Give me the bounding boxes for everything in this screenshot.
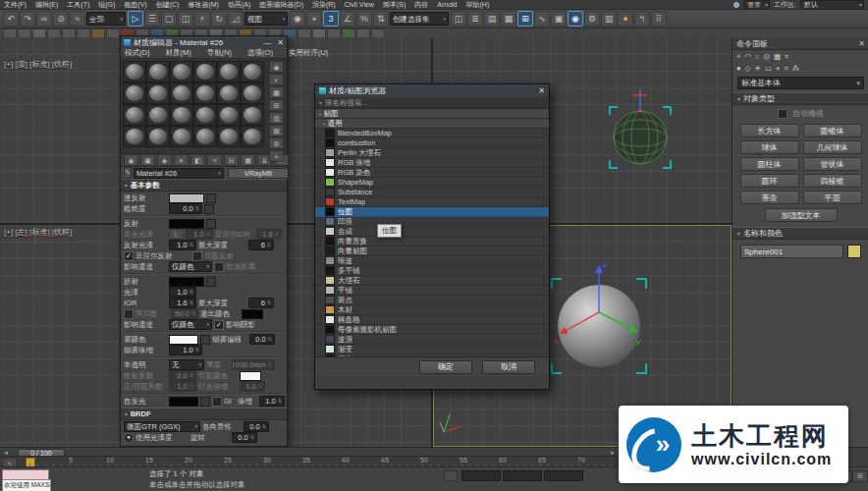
- selection-lock-icon[interactable]: [444, 470, 458, 481]
- material-editor-menu-item[interactable]: 材质(M): [165, 48, 190, 58]
- scatter-coeff-field[interactable]: 0.0: [169, 370, 196, 381]
- use-glossiness-radio[interactable]: ●: [124, 433, 134, 443]
- make-preview-icon[interactable]: ▤: [269, 125, 284, 136]
- map-item[interactable]: 每像素摄影机贴图: [315, 325, 549, 335]
- ribbon-tool-icon-6[interactable]: [77, 28, 90, 38]
- basic-params-rollout[interactable]: 基本参数: [121, 179, 287, 191]
- reflect-max-depth-field[interactable]: 6: [248, 240, 274, 250]
- sample-slot[interactable]: [146, 82, 170, 104]
- rotation-field[interactable]: 0.0: [232, 432, 257, 443]
- systems-category-icon[interactable]: ⁂: [792, 64, 800, 73]
- sample-slot[interactable]: [170, 61, 193, 82]
- create-tab-icon[interactable]: +: [736, 52, 740, 61]
- map-item[interactable]: combustion: [315, 138, 549, 148]
- primitive-button[interactable]: 管状体: [803, 157, 862, 171]
- general-group-header[interactable]: - 通用: [315, 119, 549, 129]
- align-icon[interactable]: ≣: [467, 11, 483, 27]
- select-and-scale-icon[interactable]: ◿: [228, 11, 244, 27]
- menu-item[interactable]: 渲染(R): [312, 0, 336, 9]
- material-editor-menu-item[interactable]: 导航(N): [207, 48, 232, 58]
- spacewarps-category-icon[interactable]: ≈: [784, 64, 787, 73]
- window-crossing-toggle-icon[interactable]: ◫: [178, 11, 193, 27]
- primitive-button[interactable]: 四棱锥: [803, 174, 862, 188]
- browser-titlebar[interactable]: 材质/贴图浏览器 ✕: [315, 84, 549, 97]
- map-item[interactable]: RGB 染色: [315, 168, 549, 178]
- reflect-map-button[interactable]: [206, 219, 216, 229]
- maps-group-header[interactable]: - 贴图: [315, 109, 549, 119]
- anisotropy-field[interactable]: 0.0: [244, 421, 269, 432]
- coordinate-z-field[interactable]: [544, 470, 583, 481]
- sample-slot[interactable]: [193, 126, 217, 147]
- map-item[interactable]: 位图: [315, 207, 549, 217]
- sample-slot[interactable]: [193, 104, 217, 126]
- ior-field[interactable]: 1.6: [169, 298, 196, 308]
- primitive-button[interactable]: 平面: [803, 191, 862, 204]
- material-name-dropdown[interactable]: Material #26: [134, 168, 224, 179]
- sample-slot[interactable]: [193, 82, 217, 104]
- select-by-name-icon[interactable]: ☰: [144, 11, 160, 27]
- render-production-icon[interactable]: ●: [618, 11, 633, 27]
- unlink-selection-icon[interactable]: ⊘: [53, 11, 69, 27]
- render-setup-icon[interactable]: ⚙: [584, 11, 600, 27]
- lights-category-icon[interactable]: ☀: [754, 64, 761, 73]
- reference-coordinate-dropdown[interactable]: 视图: [244, 12, 288, 26]
- map-item[interactable]: 向量置换: [315, 237, 549, 246]
- map-item[interactable]: 多平铺: [315, 266, 549, 276]
- material-editor-menu-item[interactable]: 模式(D): [125, 48, 149, 58]
- ribbon-tool-icon-24[interactable]: [342, 28, 355, 38]
- sample-slot[interactable]: [123, 61, 146, 82]
- map-item[interactable]: TextMap: [315, 197, 549, 207]
- sample-slot[interactable]: [146, 61, 170, 82]
- map-item[interactable]: 凹痕: [315, 217, 549, 227]
- gi-checkbox[interactable]: [212, 397, 222, 407]
- ok-button[interactable]: 确定: [419, 360, 472, 374]
- login-dropdown[interactable]: 登录: [743, 0, 770, 10]
- reflect-gloss-field[interactable]: 1.0: [169, 240, 196, 250]
- sample-slot[interactable]: [241, 104, 264, 126]
- sample-slot[interactable]: [123, 82, 146, 104]
- textplus-button[interactable]: 加强型文本: [765, 208, 838, 222]
- selected-sphere[interactable]: x y z: [530, 253, 678, 415]
- motion-tab-icon[interactable]: ◎: [763, 52, 770, 61]
- menu-item[interactable]: 图形编辑器(D): [259, 0, 303, 9]
- refract-max-depth-field[interactable]: 6: [248, 298, 274, 308]
- sample-slot[interactable]: [170, 82, 193, 104]
- redo-icon[interactable]: ↷: [20, 11, 35, 27]
- material-editor-icon[interactable]: ◉: [568, 11, 583, 27]
- menu-item[interactable]: 编辑(E): [35, 0, 58, 9]
- ribbon-tool-icon-4[interactable]: [47, 28, 61, 38]
- sample-slot[interactable]: [241, 61, 264, 82]
- snaps-toggle-icon[interactable]: 3: [323, 11, 339, 27]
- sample-slot[interactable]: [146, 126, 170, 147]
- ribbon-tool-icon-7[interactable]: [91, 28, 105, 38]
- assign-material-to-selection-icon[interactable]: ◈: [157, 154, 172, 166]
- primitive-category-dropdown[interactable]: 标准基本体: [737, 77, 864, 89]
- material-type-button[interactable]: VRayMtl: [228, 168, 289, 179]
- refract-gloss-field[interactable]: 1.0: [169, 287, 196, 298]
- sample-slot[interactable]: [217, 82, 241, 104]
- background-icon[interactable]: ▦: [269, 86, 284, 98]
- refract-map-button[interactable]: [206, 277, 216, 287]
- render-flyout-icon[interactable]: ⠿: [651, 11, 667, 27]
- menu-item[interactable]: 脚本(S): [383, 0, 406, 9]
- menu-item[interactable]: 动画(A): [228, 0, 250, 9]
- primitive-button[interactable]: 长方体: [740, 124, 799, 137]
- map-item[interactable]: Substance: [315, 188, 549, 197]
- select-and-rotate-icon[interactable]: ↻: [211, 11, 227, 27]
- ribbon-tool-icon-2[interactable]: [18, 28, 31, 38]
- light-multiplier-field[interactable]: 1.0: [240, 381, 265, 392]
- shapes-category-icon[interactable]: ◇: [745, 64, 751, 73]
- sample-slot[interactable]: [170, 104, 193, 126]
- material-id-channel-icon[interactable]: ⊟: [224, 154, 239, 166]
- reflect-swatch[interactable]: [169, 219, 204, 229]
- name-color-rollout[interactable]: 名称和颜色: [732, 227, 868, 240]
- back-reflect-checkbox[interactable]: [192, 251, 202, 261]
- fog-color-swatch[interactable]: [169, 335, 198, 345]
- map-item[interactable]: 斑点: [315, 296, 549, 305]
- refract-swatch[interactable]: [169, 277, 204, 287]
- wireframe-sphere[interactable]: [601, 86, 681, 181]
- map-item[interactable]: 向量贴图: [315, 246, 549, 256]
- sample-slot[interactable]: [193, 61, 217, 82]
- ribbon-tool-icon-5[interactable]: [62, 28, 76, 38]
- video-color-check-icon[interactable]: ▥: [269, 112, 284, 124]
